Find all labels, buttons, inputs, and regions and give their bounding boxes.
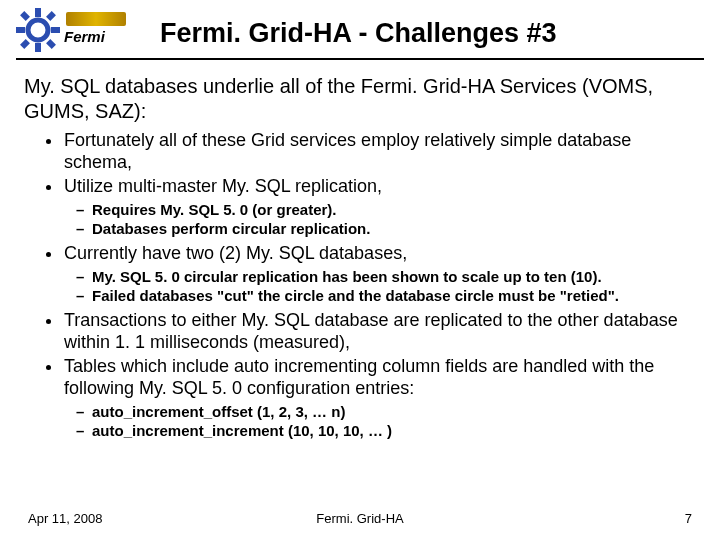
fermi-logo: Fermi: [16, 8, 136, 52]
sub-bullet-list: auto_increment_offset (1, 2, 3, … n) aut…: [64, 402, 696, 441]
bullet-text: Fortunately all of these Grid services e…: [64, 130, 631, 172]
sub-bullet-item: auto_increment_offset (1, 2, 3, … n): [76, 402, 696, 422]
footer-date: Apr 11, 2008: [28, 511, 102, 526]
sub-bullet-item: auto_increment_increment (10, 10, 10, … …: [76, 421, 696, 441]
bullet-item: Currently have two (2) My. SQL databases…: [46, 243, 696, 306]
slide-footer: Apr 11, 2008 Fermi. Grid-HA 7: [0, 511, 720, 526]
svg-rect-6: [46, 11, 56, 21]
svg-rect-1: [35, 8, 41, 17]
bullet-item: Fortunately all of these Grid services e…: [46, 130, 696, 174]
slide-body: My. SQL databases underlie all of the Fe…: [0, 60, 720, 441]
bullet-list: Fortunately all of these Grid services e…: [24, 130, 696, 441]
sub-bullet-item: Failed databases "cut" the circle and th…: [76, 286, 696, 306]
sub-bullet-item: Databases perform circular replication.: [76, 219, 696, 239]
intro-text: My. SQL databases underlie all of the Fe…: [24, 74, 696, 124]
sub-bullet-item: Requires My. SQL 5. 0 (or greater).: [76, 200, 696, 220]
bullet-item: Transactions to either My. SQL database …: [46, 310, 696, 354]
sub-bullet-list: Requires My. SQL 5. 0 (or greater). Data…: [64, 200, 696, 239]
bullet-text: Transactions to either My. SQL database …: [64, 310, 678, 352]
svg-rect-3: [16, 27, 25, 33]
bullet-text: Utilize multi-master My. SQL replication…: [64, 176, 382, 196]
bullet-text: Currently have two (2) My. SQL databases…: [64, 243, 407, 263]
svg-rect-7: [20, 39, 30, 49]
svg-rect-2: [35, 43, 41, 52]
bullet-item: Tables which include auto incrementing c…: [46, 356, 696, 441]
logo-text: Fermi: [64, 28, 105, 45]
gear-icon: [16, 8, 60, 52]
svg-point-0: [28, 20, 48, 40]
bullet-text: Tables which include auto incrementing c…: [64, 356, 654, 398]
logo-bar: [66, 12, 126, 26]
svg-rect-4: [51, 27, 60, 33]
svg-rect-8: [46, 39, 56, 49]
footer-center: Fermi. Grid-HA: [316, 511, 403, 526]
slide-header: Fermi Fermi. Grid-HA - Challenges #3: [0, 0, 720, 52]
sub-bullet-item: My. SQL 5. 0 circular replication has be…: [76, 267, 696, 287]
footer-page-number: 7: [685, 511, 692, 526]
sub-bullet-list: My. SQL 5. 0 circular replication has be…: [64, 267, 696, 306]
slide-title: Fermi. Grid-HA - Challenges #3: [160, 12, 557, 49]
svg-rect-5: [20, 11, 30, 21]
bullet-item: Utilize multi-master My. SQL replication…: [46, 176, 696, 239]
